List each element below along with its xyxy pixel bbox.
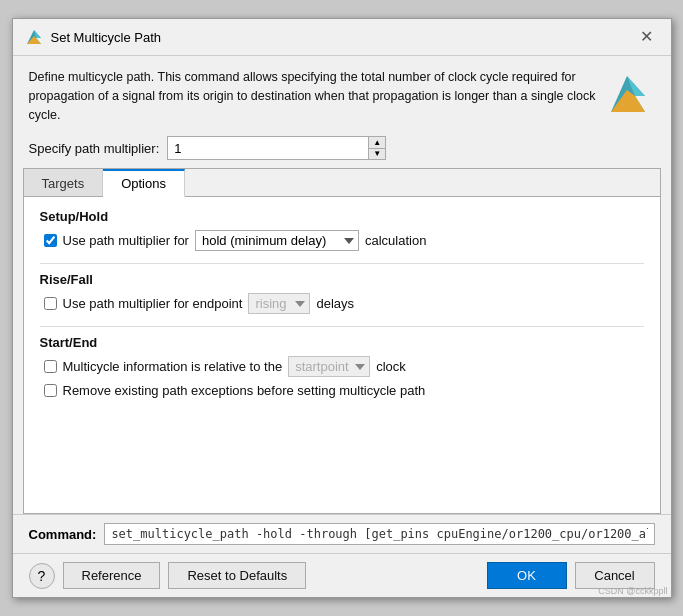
use-path-multiplier-label: Use path multiplier for bbox=[63, 233, 189, 248]
remove-exceptions-row: Remove existing path exceptions before s… bbox=[40, 383, 644, 398]
use-path-multiplier-endpoint-label: Use path multiplier for endpoint bbox=[63, 296, 243, 311]
setup-hold-section: Setup/Hold Use path multiplier for hold … bbox=[40, 209, 644, 251]
ok-button[interactable]: OK bbox=[487, 562, 567, 589]
hold-dropdown[interactable]: hold (minimum delay) setup (maximum dela… bbox=[195, 230, 359, 251]
use-path-multiplier-checkbox[interactable] bbox=[44, 234, 57, 247]
path-multiplier-row: Specify path multiplier: ▲ ▼ bbox=[13, 132, 671, 168]
close-button[interactable]: ✕ bbox=[634, 27, 659, 47]
description-text: Define multicycle path. This command all… bbox=[29, 68, 597, 124]
reference-button[interactable]: Reference bbox=[63, 562, 161, 589]
path-multiplier-spinner[interactable]: ▲ ▼ bbox=[167, 136, 386, 160]
command-input[interactable] bbox=[104, 523, 654, 545]
title-bar: Set Multicycle Path ✕ bbox=[13, 19, 671, 56]
relative-to-label: Multicycle information is relative to th… bbox=[63, 359, 283, 374]
relative-to-row: Multicycle information is relative to th… bbox=[40, 356, 644, 377]
remove-exceptions-label: Remove existing path exceptions before s… bbox=[63, 383, 426, 398]
footer-right: OK Cancel bbox=[487, 562, 655, 589]
spinner-buttons: ▲ ▼ bbox=[368, 137, 385, 159]
set-multicycle-path-dialog: Set Multicycle Path ✕ Define multicycle … bbox=[12, 18, 672, 598]
spinner-up-button[interactable]: ▲ bbox=[369, 137, 385, 148]
matlab-logo bbox=[607, 68, 655, 116]
clock-dropdown[interactable]: startpoint endpoint bbox=[288, 356, 370, 377]
start-end-title: Start/End bbox=[40, 335, 644, 350]
relative-to-checkbox[interactable] bbox=[44, 360, 57, 373]
path-multiplier-input[interactable] bbox=[168, 137, 368, 159]
clock-label: clock bbox=[376, 359, 406, 374]
rise-fall-section: Rise/Fall Use path multiplier for endpoi… bbox=[40, 272, 644, 314]
options-tab-content: Setup/Hold Use path multiplier for hold … bbox=[24, 197, 660, 422]
tab-options[interactable]: Options bbox=[103, 169, 185, 197]
command-label: Command: bbox=[29, 527, 97, 542]
remove-exceptions-checkbox[interactable] bbox=[44, 384, 57, 397]
app-icon bbox=[25, 28, 43, 46]
spinner-down-button[interactable]: ▼ bbox=[369, 148, 385, 159]
tabs-container: Targets Options Setup/Hold Use path mult… bbox=[23, 168, 661, 514]
path-multiplier-label: Specify path multiplier: bbox=[29, 141, 160, 156]
title-bar-left: Set Multicycle Path bbox=[25, 28, 162, 46]
tab-bar: Targets Options bbox=[24, 169, 660, 197]
rising-dropdown[interactable]: rising falling both bbox=[248, 293, 310, 314]
command-area: Command: bbox=[13, 514, 671, 553]
start-end-section: Start/End Multicycle information is rela… bbox=[40, 335, 644, 398]
footer-left: ? Reference Reset to Defaults bbox=[29, 562, 307, 589]
footer: ? Reference Reset to Defaults OK Cancel bbox=[13, 553, 671, 597]
setup-hold-option-row: Use path multiplier for hold (minimum de… bbox=[40, 230, 644, 251]
calculation-label: calculation bbox=[365, 233, 426, 248]
use-path-multiplier-endpoint-checkbox[interactable] bbox=[44, 297, 57, 310]
setup-hold-title: Setup/Hold bbox=[40, 209, 644, 224]
cancel-button[interactable]: Cancel bbox=[575, 562, 655, 589]
watermark: CSDN @cckkppll bbox=[598, 586, 667, 596]
rise-fall-title: Rise/Fall bbox=[40, 272, 644, 287]
tab-targets[interactable]: Targets bbox=[24, 169, 104, 196]
delays-label: delays bbox=[316, 296, 354, 311]
reset-defaults-button[interactable]: Reset to Defaults bbox=[168, 562, 306, 589]
help-button[interactable]: ? bbox=[29, 563, 55, 589]
rise-fall-option-row: Use path multiplier for endpoint rising … bbox=[40, 293, 644, 314]
dialog-title: Set Multicycle Path bbox=[51, 30, 162, 45]
description-area: Define multicycle path. This command all… bbox=[13, 56, 671, 132]
